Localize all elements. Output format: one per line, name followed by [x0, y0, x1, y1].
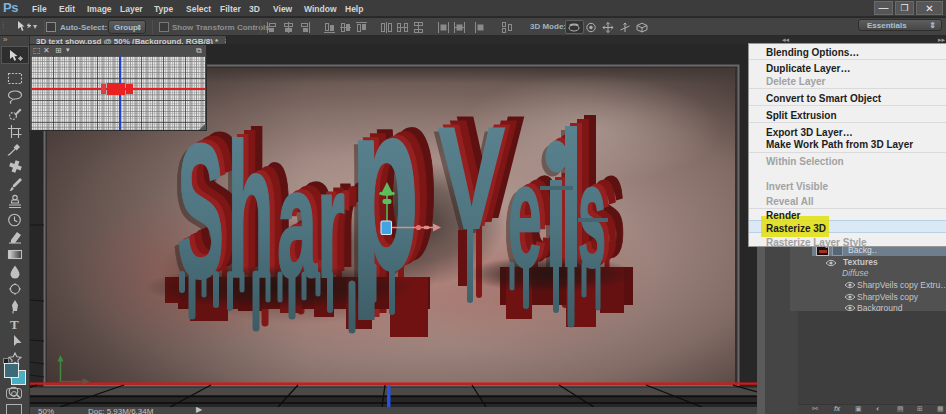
svg-text:T: T	[10, 317, 19, 332]
